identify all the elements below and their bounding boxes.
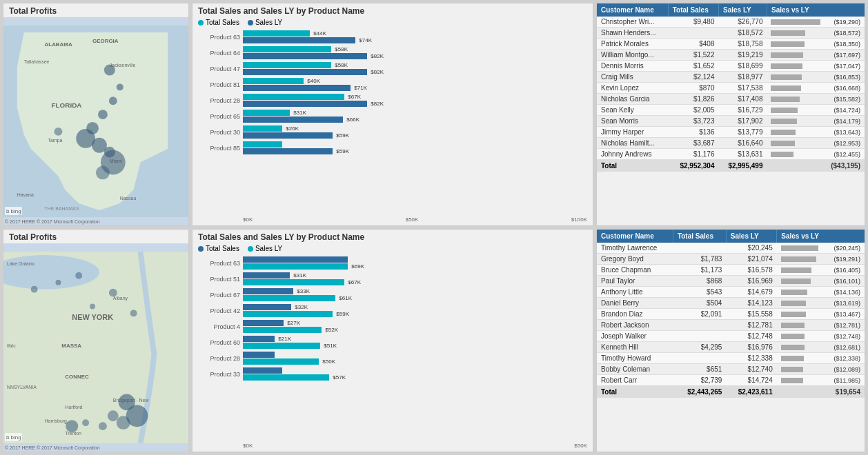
svg-text:Albany: Albany [113, 296, 128, 301]
table-footer: Total $2,952,304 $2,995,499 ($43,195) [597, 160, 865, 172]
svg-point-50 [99, 422, 107, 430]
svg-point-48 [117, 416, 130, 429]
legend-label: Total Sales [206, 19, 239, 26]
table-row: Sean Morris $3,723 $17,902 ($14,179) [597, 116, 865, 127]
table-row: Christopher Wri... $9,480 $26,770 ($19,2… [597, 17, 865, 28]
table-row: Bruce Chapman $1,173 $16,578 ($16,405) [597, 265, 865, 276]
table-row: Kenneth Hill $4,295 $16,976 ($12,681) [597, 342, 865, 353]
x-axis-label: $0K [243, 216, 253, 223]
table-row: Daniel Berry $504 $14,123 ($13,619) [597, 298, 865, 309]
table-row: Robert Jackson $12,781 ($12,781) [597, 320, 865, 331]
legend-item: Sales LY [248, 245, 282, 252]
svg-point-22 [96, 166, 110, 180]
svg-point-51 [82, 419, 89, 426]
table-row: Timothy Howard $12,338 ($12,338) [597, 353, 865, 364]
legend-label: Sales LY [255, 19, 282, 26]
bar-row-1: Product 64 $58K $82K [198, 46, 587, 59]
table-row: Jimmy Harper $136 $13,779 ($13,643) [597, 127, 865, 138]
svg-point-45 [90, 303, 95, 309]
table-footer: Total $2,443,265 $2,423,611 $19,654 [597, 386, 865, 398]
bar-row-2: Product 47 $58K $82K [198, 62, 587, 75]
map-container[interactable]: ALABAMA GEORGIA FLORIDA Tallahassee Jack… [3, 17, 188, 225]
legend-dot [198, 20, 204, 26]
svg-text:Harrisburg: Harrisburg [45, 418, 68, 424]
svg-text:Havana: Havana [17, 192, 34, 197]
svg-text:NNSYLVANIA: NNSYLVANIA [7, 385, 37, 390]
bar-row-3: Product 81 $40K $71K [198, 78, 587, 91]
svg-text:MASSA: MASSA [61, 343, 81, 349]
svg-text:Lake Ontario: Lake Ontario [7, 261, 34, 266]
table-row: William Montgo... $1,522 $19,219 ($17,69… [597, 50, 865, 61]
svg-point-42 [75, 272, 82, 279]
bar-chart: Product 63 $69K Product 51 $31K [198, 256, 587, 441]
svg-point-15 [109, 97, 117, 105]
table-row: Timothy Lawrence $20,245 ($20,245) [597, 243, 865, 254]
legend-item: Sales LY [248, 19, 282, 26]
x-axis-label: $0K [243, 443, 253, 449]
chart-panel: Total Sales and Sales LY by Product Name… [192, 229, 593, 452]
row-2: Total Profits Lake Ontario NEW YORK Alba… [3, 229, 865, 452]
bar-row-5: Product 65 $31K $66K [198, 110, 587, 123]
x-axis-label: $50K [574, 443, 587, 449]
svg-text:b bing: b bing [6, 208, 21, 214]
svg-point-52 [66, 420, 78, 432]
bar-row-7: Product 85 $59K [198, 141, 587, 154]
bar-row-7: Product 33 $57K [198, 367, 587, 381]
map-container[interactable]: Lake Ontario NEW YORK Albany MASSA CONNE… [3, 243, 188, 452]
svg-point-23 [54, 128, 62, 136]
legend-dot [248, 246, 253, 252]
bar-row-2: Product 67 $33K $61K [198, 288, 587, 301]
table-row: Robert Carr $2,739 $14,724 ($11,985) [597, 375, 865, 386]
chart-legend: Total Sales Sales LY [198, 245, 587, 252]
chart-legend: Total Sales Sales LY [198, 19, 587, 26]
legend-dot [248, 20, 253, 26]
legend-item: Total Sales [198, 19, 239, 26]
table-panel: Customer NameTotal SalesSales LYSales vs… [596, 229, 865, 452]
x-axis-label: $50K [406, 216, 419, 223]
bar-row-5: Product 60 $21K $51K [198, 336, 587, 349]
table-row: Bobby Coleman $651 $12,740 ($12,089) [597, 364, 865, 375]
bar-row-3: Product 42 $32K $59K [198, 304, 587, 317]
bar-chart: Product 63 $44K $74K Product 64 [198, 30, 587, 215]
chart-title: Total Sales and Sales LY by Product Name [198, 6, 587, 16]
map-title: Total Profits [3, 230, 188, 243]
data-table: Customer NameTotal SalesSales LYSales vs… [597, 230, 865, 398]
svg-text:Tallahassee: Tallahassee [24, 59, 50, 64]
table-row: Kevin Lopez $870 $17,538 ($16,668) [597, 83, 865, 94]
svg-text:GEORGIA: GEORGIA [92, 38, 119, 44]
svg-text:THE BAHAMAS: THE BAHAMAS [45, 206, 79, 211]
svg-text:NEW YORK: NEW YORK [72, 313, 113, 321]
table-row: Joseph Walker $12,748 ($12,748) [597, 331, 865, 342]
svg-text:b bing: b bing [6, 434, 21, 441]
svg-text:tfalc: tfalc [7, 343, 16, 348]
table-row: Nicholas Garcia $1,826 $17,408 ($15,582) [597, 94, 865, 105]
svg-point-43 [109, 289, 117, 297]
svg-point-41 [55, 280, 61, 285]
table-row: Johnny Andrews $1,176 $13,631 ($12,455) [597, 149, 865, 160]
chart-title: Total Sales and Sales LY by Product Name [198, 232, 587, 242]
legend-label: Total Sales [206, 245, 239, 252]
table-row: Patrick Morales $408 $18,758 ($18,350) [597, 39, 865, 50]
dashboard: Total Profits ALABAMA GEORGIA FLORIDA Ta… [0, 0, 868, 455]
legend-label: Sales LY [255, 245, 282, 252]
bar-row-1: Product 51 $31K $67K [198, 272, 587, 285]
map-panel: Total Profits Lake Ontario NEW YORK Alba… [3, 229, 189, 452]
table-row: Nicholas Hamilt... $3,687 $16,640 ($12,9… [597, 138, 865, 149]
table-row: Craig Mills $2,124 $18,977 ($16,853) [597, 72, 865, 83]
svg-text:FLORIDA: FLORIDA [51, 101, 81, 109]
bar-row-6: Product 28 $50K [198, 352, 587, 365]
map-credit: © 2017 HERE © 2017 Microsoft Corporation [5, 219, 100, 224]
svg-point-14 [117, 83, 124, 90]
svg-text:ALABAMA: ALABAMA [45, 41, 72, 48]
bar-row-4: Product 4 $27K $52K [198, 320, 587, 333]
svg-text:Tampa: Tampa [48, 138, 63, 143]
map-credit: © 2017 HERE © 2017 Microsoft Corporation [5, 445, 100, 450]
map-title: Total Profits [3, 3, 188, 17]
table-row: Sean Kelly $2,005 $16,729 ($14,724) [597, 105, 865, 116]
svg-text:Nassau: Nassau [120, 196, 137, 201]
svg-point-49 [108, 410, 119, 421]
bar-row-4: Product 28 $67K $82K [198, 94, 587, 107]
legend-item: Total Sales [198, 245, 239, 252]
table-row: Brandon Diaz $2,091 $15,558 ($13,467) [597, 309, 865, 320]
svg-point-44 [130, 310, 137, 316]
